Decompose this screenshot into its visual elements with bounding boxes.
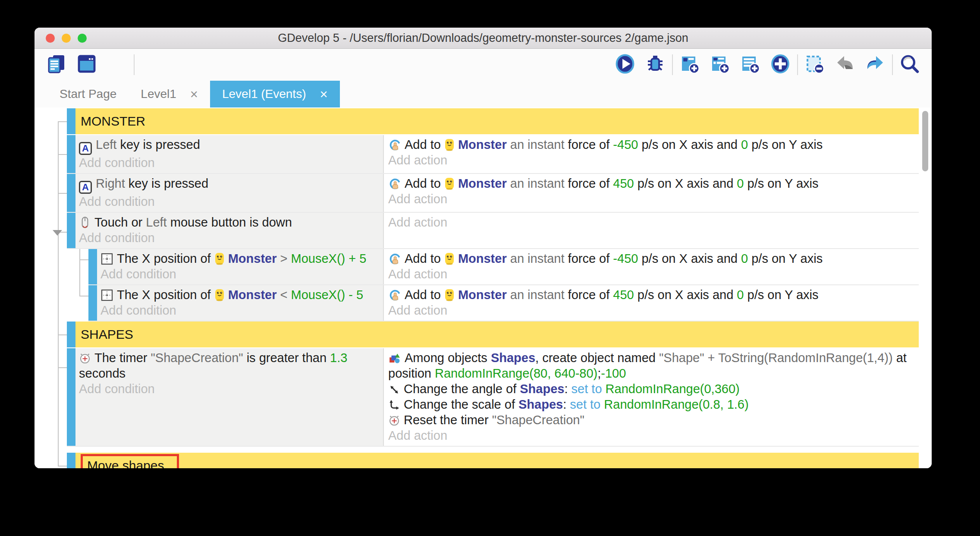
expression-value: RandomInRange(0.8, 1.6) — [604, 397, 748, 411]
add-condition-button[interactable]: Add condition — [79, 194, 380, 209]
search-icon — [899, 54, 920, 76]
add-event-button[interactable] — [679, 54, 700, 76]
object-name: Monster — [458, 177, 507, 190]
text-segment: Add condition — [101, 303, 176, 317]
text-segment: Left — [96, 138, 116, 151]
scrollbar-thumb[interactable] — [922, 111, 928, 171]
action-sentence[interactable]: Add to Monster an instant force of -450 … — [388, 137, 914, 152]
comment-text: SHAPES — [81, 327, 133, 342]
text-segment: Add to — [405, 288, 444, 302]
add-action-button[interactable]: Add action — [388, 428, 914, 443]
row-gap — [67, 447, 919, 453]
event-handle-bar[interactable] — [88, 285, 97, 321]
add-action-button[interactable]: Add action — [388, 266, 914, 282]
text-segment: seconds — [79, 366, 126, 380]
text-segment: p/s on X axis and — [634, 288, 737, 302]
position-icon — [101, 252, 113, 265]
action-sentence[interactable]: Add to Monster an instant force of -450 … — [388, 251, 914, 266]
preview-play-button[interactable] — [614, 54, 636, 76]
comment-text: MONSTER — [81, 114, 145, 129]
text-segment: Add to — [405, 177, 444, 190]
tree-line — [58, 154, 67, 155]
text-segment: Add condition — [101, 267, 176, 281]
comment-label-area[interactable]: SHAPES — [75, 322, 919, 347]
add-event-plus-button[interactable] — [770, 54, 791, 76]
undo-icon — [835, 54, 855, 76]
action-sentence[interactable]: Among objects Shapes, create object name… — [388, 350, 914, 381]
tab-level1-events[interactable]: Level1 (Events)× — [210, 81, 340, 107]
event-handle-bar[interactable] — [67, 108, 75, 134]
add-action-button[interactable]: Add action — [388, 191, 914, 207]
collapse-triangle-icon[interactable] — [53, 230, 62, 236]
object-name: Monster — [458, 138, 507, 151]
text-segment: The X position of — [117, 288, 214, 302]
expression-value: RandomInRange(80, 640-80) — [435, 366, 597, 380]
text-segment: mouse button is down — [167, 215, 292, 229]
event-handle-bar[interactable] — [67, 322, 75, 347]
add-condition-button[interactable]: Add condition — [101, 266, 380, 282]
condition-sentence[interactable]: ARight key is pressed — [79, 176, 380, 194]
object-name: Shapes — [520, 382, 564, 396]
add-sub-event-button[interactable] — [709, 54, 731, 76]
add-condition-button[interactable]: Add condition — [101, 303, 380, 318]
text-segment: is greater than — [243, 351, 330, 365]
expression-value: -450 — [613, 138, 638, 151]
event-row: ALeft key is pressedAdd conditionAdd to … — [67, 135, 919, 174]
tree-line — [58, 367, 67, 368]
text-segment: key is pressed — [125, 177, 208, 190]
comment-label-area[interactable]: MONSTER — [75, 108, 919, 134]
add-condition-button[interactable]: Add condition — [79, 381, 380, 397]
object-name: Monster — [228, 252, 277, 265]
toolbar-separator — [892, 54, 893, 75]
condition-sentence[interactable]: The timer "ShapeCreation" is greater tha… — [79, 350, 380, 381]
tab-start-page[interactable]: Start Page — [47, 81, 129, 107]
close-icon[interactable]: × — [190, 88, 198, 101]
condition-sentence[interactable]: The X position of Monster > MouseX() + 5 — [101, 251, 380, 266]
text-segment: "ShapeCreation" — [151, 351, 243, 365]
action-sentence[interactable]: Reset the timer "ShapeCreation" — [388, 412, 914, 428]
debugger-button[interactable] — [106, 54, 128, 76]
add-action-button[interactable]: Add action — [388, 214, 914, 230]
timer-icon — [79, 352, 91, 365]
toolbar-separator — [797, 54, 798, 75]
event-handle-bar[interactable] — [88, 249, 97, 284]
add-action-button[interactable]: Add action — [388, 152, 914, 168]
close-icon[interactable]: × — [320, 88, 327, 101]
toolbar-separator — [672, 54, 673, 75]
action-sentence[interactable]: Change the scale of Shapes: set to Rando… — [388, 397, 914, 412]
condition-sentence[interactable]: The X position of Monster < MouseX() - 5 — [101, 287, 380, 303]
action-sentence[interactable]: Change the angle of Shapes: set to Rando… — [388, 381, 914, 397]
add-action-button[interactable]: Add action — [388, 303, 914, 318]
text-segment: force of — [568, 177, 613, 190]
text-segment: an instant — [507, 252, 568, 265]
event-handle-bar[interactable] — [67, 348, 75, 446]
event-handle-bar[interactable] — [67, 213, 75, 248]
undo-button[interactable] — [834, 54, 856, 76]
text-segment: Right — [96, 177, 125, 190]
condition-sentence[interactable]: ALeft key is pressed — [79, 137, 380, 155]
debug-bug-button[interactable] — [644, 54, 666, 76]
event-handle-bar[interactable] — [67, 453, 75, 468]
redo-button[interactable] — [864, 54, 886, 76]
add-condition-button[interactable]: Add condition — [79, 230, 380, 246]
force-icon — [388, 139, 401, 151]
add-condition-button[interactable]: Add condition — [79, 155, 380, 170]
project-manager-button[interactable] — [46, 54, 67, 76]
search-button[interactable] — [899, 54, 920, 76]
tree-line — [79, 296, 88, 296]
add-comment-event-button[interactable] — [739, 54, 761, 76]
scene-window-button[interactable] — [76, 54, 97, 76]
remove-event-button[interactable] — [804, 54, 826, 76]
action-sentence[interactable]: Add to Monster an instant force of 450 p… — [388, 176, 914, 191]
event-handle-bar[interactable] — [67, 135, 75, 173]
comment-label-area[interactable]: Move shapes — [75, 453, 919, 468]
text-segment: : — [564, 382, 571, 396]
object-name: Shapes — [491, 351, 535, 365]
selected-comment-box[interactable]: Move shapes — [81, 454, 179, 468]
condition-sentence[interactable]: Touch or Left mouse button is down — [79, 214, 380, 230]
action-sentence[interactable]: Add to Monster an instant force of 450 p… — [388, 287, 914, 303]
event-handle-bar[interactable] — [67, 174, 75, 212]
tab-level1[interactable]: Level1× — [129, 81, 210, 107]
text-segment: set to — [572, 382, 606, 396]
text-segment: , create object named — [535, 351, 659, 365]
